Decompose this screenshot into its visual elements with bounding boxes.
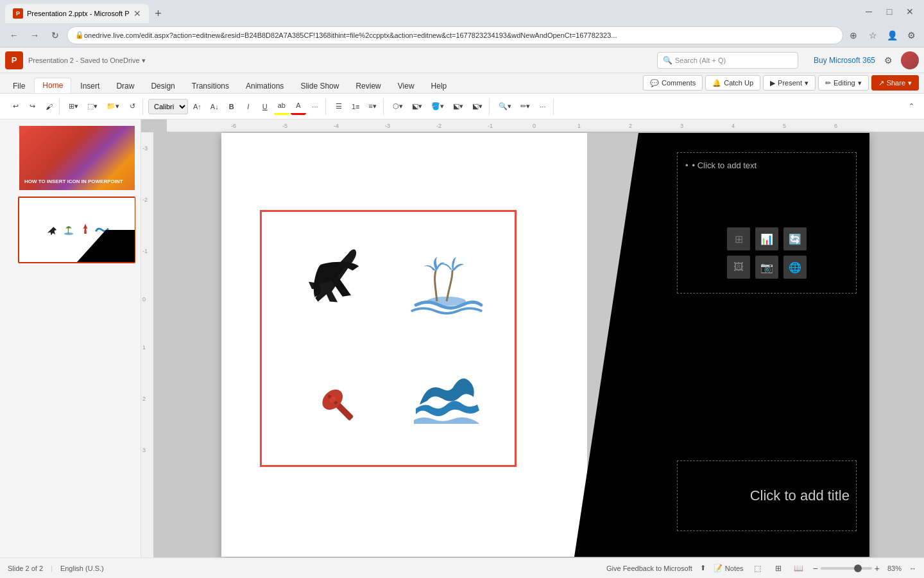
table-icon[interactable]: ⊞	[727, 227, 750, 250]
profile-area	[901, 51, 919, 69]
tab-close-btn[interactable]: ✕	[133, 8, 141, 19]
browser-tab-bar: P Presentation 2.pptx - Microsoft P ✕ + …	[0, 0, 924, 23]
editing-btn[interactable]: ✏ Editing ▾	[818, 75, 869, 91]
maximize-btn[interactable]: □	[880, 3, 898, 21]
bookmark-icon[interactable]: ☆	[865, 28, 880, 43]
media-icon[interactable]: 🌐	[783, 256, 807, 279]
highlight-btn[interactable]: ab	[274, 98, 289, 115]
notes-btn[interactable]: 📝 Notes	[714, 564, 744, 572]
section-btn[interactable]: 📁▾	[103, 98, 123, 115]
font-family-select[interactable]: Calibri	[148, 99, 188, 114]
outline-btn[interactable]: ⬕▾	[449, 98, 467, 115]
tab-review[interactable]: Review	[348, 79, 388, 93]
share-icon: ↗	[878, 79, 884, 87]
search-box[interactable]: 🔍 Search (Alt + Q)	[657, 52, 798, 69]
title-placeholder[interactable]: Click to add title	[677, 460, 857, 531]
tab-help[interactable]: Help	[424, 79, 455, 93]
catchup-btn[interactable]: 🔔 Catch Up	[705, 75, 760, 91]
font-color-btn[interactable]: A	[291, 98, 306, 115]
address-bar[interactable]: 🔒 onedrive.live.com/edit.aspx?action=edi…	[67, 26, 843, 44]
undo-group: ↩ ↪ 🖌	[5, 98, 60, 115]
effects-btn[interactable]: ⬕▾	[468, 98, 486, 115]
present-btn[interactable]: ▶ Present ▾	[763, 75, 816, 91]
zoom-slider[interactable]	[821, 567, 872, 570]
editing-dropdown-icon: ▾	[858, 79, 862, 87]
tab-insert[interactable]: Insert	[73, 79, 107, 93]
title-dropdown[interactable]: ▾	[142, 57, 146, 64]
reading-view-btn[interactable]: 📖	[792, 562, 805, 575]
profile-icon[interactable]: 👤	[884, 28, 900, 43]
bold-btn[interactable]: B	[224, 98, 239, 115]
content-placeholder[interactable]: • • Click to add text ⊞ 📊 🔄 🖼 📷 🌐	[677, 152, 857, 293]
status-right: Give Feedback to Microsoft ⬆ 📝 Notes ⬚ ⊞…	[606, 562, 916, 575]
feedback-link[interactable]: Give Feedback to Microsoft	[606, 565, 692, 572]
forward-btn[interactable]: →	[26, 26, 44, 44]
extensions-icon[interactable]: ⊕	[846, 28, 861, 43]
back-btn[interactable]: ←	[5, 26, 23, 44]
bullets-btn[interactable]: ☰	[331, 98, 346, 115]
minimize-btn[interactable]: ─	[860, 3, 878, 21]
fill-btn[interactable]: 🪣▾	[427, 98, 448, 115]
active-tab[interactable]: P Presentation 2.pptx - Microsoft P ✕	[5, 4, 149, 23]
tab-animations[interactable]: Animations	[238, 79, 291, 93]
arrange-btn[interactable]: ⬕▾	[408, 98, 426, 115]
zoom-percent[interactable]: 83%	[887, 565, 902, 572]
icons-container[interactable]	[260, 210, 517, 467]
undo-btn[interactable]: ↩	[8, 98, 23, 115]
tab-view[interactable]: View	[390, 79, 422, 93]
more-tools-btn[interactable]: ···	[535, 98, 551, 115]
tab-design[interactable]: Design	[143, 79, 182, 93]
italic-btn[interactable]: I	[241, 98, 256, 115]
font-size-down-btn[interactable]: A↓	[207, 98, 223, 115]
tab-transitions[interactable]: Transitions	[184, 79, 237, 93]
more-font-btn[interactable]: ···	[307, 98, 323, 115]
wave-icon	[408, 358, 485, 435]
slide-canvas: • • Click to add text ⊞ 📊 🔄 🖼 📷 🌐 Click	[167, 132, 924, 557]
reset-btn[interactable]: ↺	[124, 98, 140, 115]
numbering-btn[interactable]: 1≡	[348, 98, 364, 115]
content-placeholder-text: • Click to add text	[692, 161, 757, 170]
slide-1-thumb[interactable]: HOW TO INSERT ICON IN POWERPOINT	[18, 125, 135, 191]
expand-toolbar-btn[interactable]: ⌃	[903, 98, 919, 115]
browser-nav-bar: ← → ↻ 🔒 onedrive.live.com/edit.aspx?acti…	[0, 23, 924, 48]
photo-icon[interactable]: 📷	[755, 256, 778, 279]
font-size-up-btn[interactable]: A↑	[189, 98, 205, 115]
status-bar: Slide 2 of 2 | English (U.S.) Give Feedb…	[0, 557, 924, 578]
slide-2-thumb[interactable]	[18, 197, 135, 263]
refresh-btn[interactable]: ↻	[46, 26, 64, 44]
new-tab-btn[interactable]: +	[149, 4, 168, 23]
tab-file[interactable]: File	[5, 79, 33, 93]
ink-btn[interactable]: ✏▾	[517, 98, 534, 115]
zoom-in-btn[interactable]: +	[875, 563, 880, 574]
url-text: onedrive.live.com/edit.aspx?action=editn…	[84, 31, 835, 39]
slide-layout-group: ⊞▾ ⬚▾ 📁▾ ↺	[62, 98, 143, 115]
user-avatar[interactable]	[901, 51, 919, 69]
tab-slideshow[interactable]: Slide Show	[293, 79, 346, 93]
close-btn[interactable]: ✕	[901, 3, 919, 21]
shapes-btn[interactable]: ⬡▾	[389, 98, 407, 115]
fit-slide-btn[interactable]: ↔	[909, 565, 916, 572]
settings-gear-icon[interactable]: ⚙	[880, 53, 896, 68]
zoom-out-btn[interactable]: −	[813, 563, 818, 574]
redo-btn[interactable]: ↪	[24, 98, 40, 115]
tab-draw[interactable]: Draw	[108, 79, 142, 93]
layout-btn[interactable]: ⬚▾	[83, 98, 101, 115]
normal-view-btn[interactable]: ⬚	[751, 562, 764, 575]
format-painter-btn[interactable]: 🖌	[41, 98, 56, 115]
smartart-icon[interactable]: 🔄	[783, 227, 807, 250]
slide-main[interactable]: • • Click to add text ⊞ 📊 🔄 🖼 📷 🌐 Click	[221, 133, 869, 557]
language-info: English (U.S.)	[60, 565, 104, 572]
settings-icon[interactable]: ⚙	[903, 28, 919, 43]
slide-sorter-btn[interactable]: ⊞	[772, 562, 785, 575]
picture-icon[interactable]: 🖼	[727, 256, 750, 279]
buy-microsoft-btn[interactable]: Buy Microsoft 365	[814, 56, 875, 65]
catchup-icon: 🔔	[712, 79, 721, 87]
tab-home[interactable]: Home	[34, 78, 71, 93]
comments-btn[interactable]: 💬 Comments	[643, 75, 703, 91]
new-slide-btn[interactable]: ⊞▾	[65, 98, 82, 115]
underline-btn[interactable]: U	[257, 98, 273, 115]
chart-icon[interactable]: 📊	[755, 227, 778, 250]
alignment-btn[interactable]: ≡▾	[364, 98, 380, 115]
find-btn[interactable]: 🔍▾	[495, 98, 515, 115]
share-btn[interactable]: ↗ Share ▾	[871, 75, 919, 91]
